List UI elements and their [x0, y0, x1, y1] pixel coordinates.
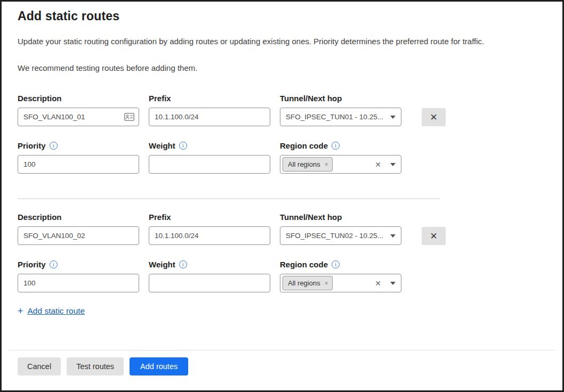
description-input-wrap	[18, 108, 139, 126]
test-routes-button[interactable]: Test routes	[67, 357, 124, 375]
add-routes-button[interactable]: Add routes	[130, 357, 188, 375]
info-icon[interactable]: i	[179, 142, 187, 150]
tunnel-field-1: Tunnel/Next hop SFO_IPSEC_TUN01 - 10.25.…	[280, 94, 401, 126]
prefix-label: Prefix	[149, 94, 270, 103]
weight-input[interactable]	[149, 274, 270, 292]
route-block-2: Description Prefix Tunnel/Next hop SFO_I…	[18, 213, 546, 292]
priority-input[interactable]	[18, 274, 139, 292]
region-field-2: Region code i All regions × ✕	[280, 260, 401, 292]
recommendation-text: We recommend testing routes before addin…	[18, 63, 546, 74]
weight-label: Weight	[149, 260, 175, 269]
region-code-label: Region code	[280, 260, 328, 269]
region-code-label: Region code	[280, 141, 328, 150]
description-field-1: Description	[18, 94, 139, 126]
intro-text: Update your static routing configuration…	[18, 36, 546, 47]
chevron-down-icon	[390, 116, 396, 119]
add-static-routes-dialog: Add static routes Update your static rou…	[0, 0, 564, 392]
priority-field-1: Priority i	[18, 141, 139, 174]
page-title: Add static routes	[18, 9, 546, 23]
dialog-content: Add static routes Update your static rou…	[2, 2, 562, 316]
info-icon[interactable]: i	[50, 142, 58, 150]
route-1-secondary-row: Priority i Weight i Region code i	[18, 141, 546, 174]
tunnel-select[interactable]: SFO_IPSEC_TUN01 - 10.25...	[280, 108, 401, 126]
description-field-2: Description	[18, 213, 139, 245]
route-block-1: Description Prefix	[18, 94, 546, 174]
prefix-input[interactable]	[149, 108, 270, 126]
tunnel-field-2: Tunnel/Next hop SFO_IPSEC_TUN02 - 10.25.…	[280, 213, 401, 245]
chevron-down-icon	[390, 234, 396, 238]
remove-route-button[interactable]: ✕	[422, 227, 446, 245]
weight-input[interactable]	[149, 155, 270, 174]
priority-label: Priority	[18, 260, 46, 269]
dialog-footer: Cancel Test routes Add routes	[2, 350, 562, 390]
region-chip: All regions ×	[283, 157, 333, 172]
region-chip: All regions ×	[283, 276, 333, 290]
route-1-main-row: Description Prefix	[18, 94, 546, 126]
description-label: Description	[18, 94, 139, 103]
priority-label: Priority	[18, 141, 46, 150]
region-chip-label: All regions	[288, 279, 320, 287]
clear-selection-icon[interactable]: ✕	[375, 161, 386, 168]
prefix-field-1: Prefix	[149, 94, 270, 126]
chevron-down-icon	[390, 282, 396, 285]
region-field-1: Region code i All regions × ✕	[280, 141, 401, 174]
description-input[interactable]	[18, 108, 139, 126]
chevron-down-icon	[390, 163, 396, 166]
priority-input[interactable]	[18, 155, 139, 174]
tunnel-select[interactable]: SFO_IPSEC_TUN02 - 10.25...	[280, 226, 401, 245]
tunnel-label: Tunnel/Next hop	[280, 213, 401, 222]
description-input[interactable]	[18, 226, 139, 245]
info-icon[interactable]: i	[179, 260, 187, 268]
weight-field-1: Weight i	[149, 141, 270, 174]
tunnel-selected-value: SFO_IPSEC_TUN02 - 10.25...	[286, 232, 386, 240]
add-static-route-row: + Add static route	[18, 306, 546, 316]
region-multiselect[interactable]: All regions × ✕	[280, 155, 401, 174]
plus-icon: +	[18, 306, 23, 316]
footer-buttons: Cancel Test routes Add routes	[2, 350, 562, 375]
prefix-field-2: Prefix	[149, 213, 270, 245]
tunnel-label: Tunnel/Next hop	[280, 94, 401, 103]
cancel-button[interactable]: Cancel	[18, 357, 61, 375]
add-static-route-link[interactable]: Add static route	[28, 306, 85, 316]
chip-remove-icon[interactable]: ×	[325, 161, 328, 168]
prefix-input[interactable]	[149, 226, 270, 245]
remove-route-button[interactable]: ✕	[422, 108, 446, 126]
contact-card-icon	[124, 113, 134, 121]
weight-field-2: Weight i	[149, 260, 270, 292]
weight-label: Weight	[149, 141, 175, 150]
tunnel-selected-value: SFO_IPSEC_TUN01 - 10.25...	[286, 113, 386, 121]
priority-field-2: Priority i	[18, 260, 139, 292]
info-icon[interactable]: i	[332, 260, 340, 268]
info-icon[interactable]: i	[332, 142, 340, 150]
chip-remove-icon[interactable]: ×	[325, 280, 328, 287]
region-chip-label: All regions	[288, 160, 320, 168]
info-icon[interactable]: i	[50, 260, 58, 268]
clear-selection-icon[interactable]: ✕	[375, 280, 386, 287]
description-label: Description	[18, 213, 139, 222]
region-multiselect[interactable]: All regions × ✕	[280, 274, 401, 292]
route-2-secondary-row: Priority i Weight i Region code i	[18, 260, 546, 292]
prefix-label: Prefix	[149, 213, 270, 222]
route-2-main-row: Description Prefix Tunnel/Next hop SFO_I…	[18, 213, 546, 245]
route-divider	[18, 198, 440, 199]
